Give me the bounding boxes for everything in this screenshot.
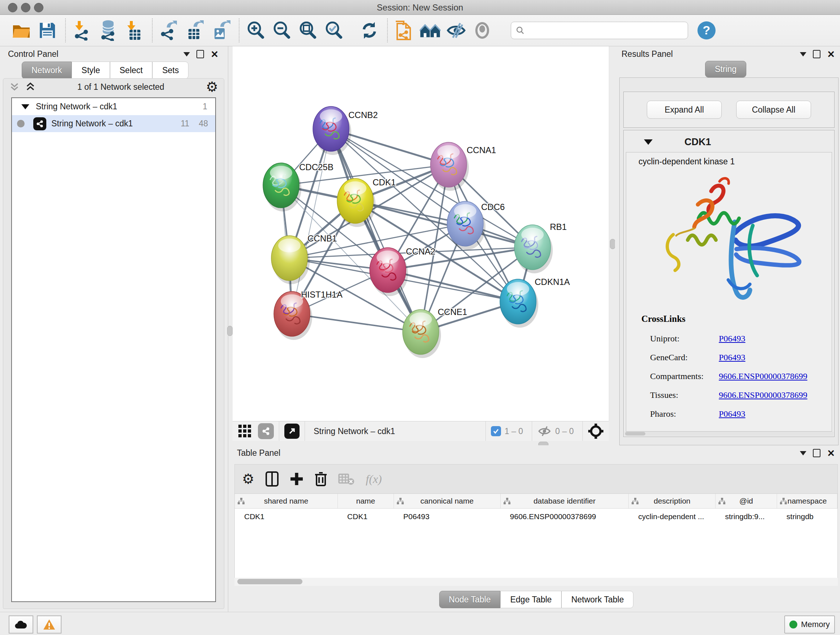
export-network-button[interactable] [158,20,180,41]
node-CCNB2[interactable] [313,106,351,155]
export-table-button[interactable] [185,20,205,41]
delete-table-icon-disabled [338,472,355,486]
expand-all-button[interactable]: Expand All [647,101,722,119]
column-header-name[interactable]: name [338,494,394,508]
crosslink-link[interactable]: 9606.ENSP00000378699 [719,390,807,400]
column-header--id[interactable]: @id [715,494,777,508]
node-CCNB1[interactable] [271,236,309,284]
show-columns-icon[interactable] [265,471,279,487]
edge-CCNB2-HIST1H1A[interactable] [292,129,331,314]
column-header-description[interactable]: description [629,494,715,508]
network-selection-status: 1 of 1 Network selected [36,82,206,92]
table-cell[interactable]: cyclin-dependent ... [629,509,715,524]
network-view-string-icon[interactable] [258,423,274,439]
tab-node-table[interactable]: Node Table [439,591,501,608]
table-hscrollbar[interactable] [234,578,838,586]
left-splitter-handle[interactable] [227,326,233,336]
save-session-button[interactable] [37,20,58,41]
node-CDC25B[interactable] [263,163,302,211]
node-CDK1[interactable] [337,179,376,227]
crosslink-link[interactable]: P06493 [719,353,745,363]
search-box[interactable] [511,22,688,39]
crosslink-link[interactable]: 9606.ENSP00000378699 [719,371,807,381]
table-cell[interactable]: stringdb [777,509,837,524]
delete-column-icon[interactable] [314,471,327,487]
expand-all-chevron-icon[interactable] [25,82,36,92]
table-row[interactable]: CDK1CDK1P064939606.ENSP00000378699cyclin… [235,509,837,524]
export-network-icon [159,20,179,41]
import-table-button[interactable] [124,20,145,41]
panel-menu-icon[interactable] [183,52,190,57]
grid-view-icon[interactable] [238,424,252,439]
warnings-button[interactable] [37,616,62,633]
column-header-canonical-name[interactable]: canonical name [394,494,501,508]
tab-select[interactable]: Select [110,62,153,79]
refresh-button[interactable] [359,20,380,41]
node-CCNE1[interactable] [403,310,441,358]
zoom-fit-button[interactable] [297,20,318,41]
table-options-gear-icon[interactable]: ⚙ [242,472,254,486]
import-network-button[interactable] [72,20,93,41]
crosslink-link[interactable]: P06493 [719,409,745,419]
column-header-shared-name[interactable]: shared name [235,494,338,508]
node-CCNA1[interactable] [431,142,469,191]
network-row-selected[interactable]: String Network – cdk1 11 48 [12,115,215,132]
gene-description: cyclin-dependent kinase 1 [638,157,735,166]
tab-network-table[interactable]: Network Table [561,591,633,608]
edge-CCNB2-CCNE1[interactable] [331,129,421,332]
tab-string[interactable]: String [705,61,746,78]
string-import-button[interactable] [393,20,415,41]
collapse-all-chevron-icon[interactable] [9,82,20,92]
results-hscrollbar[interactable] [624,432,834,436]
detach-view-icon[interactable] [284,424,300,439]
birdseye-crosshair-icon[interactable] [588,423,604,439]
network-collection-row[interactable]: String Network – cdk1 1 [12,98,215,115]
entry-collapse-icon[interactable] [644,139,653,145]
table-cell[interactable]: CDK1 [338,509,394,524]
memory-button[interactable]: Memory [784,616,835,633]
table-cell[interactable]: CDK1 [235,509,338,524]
crosslink-link[interactable]: P06493 [719,334,745,344]
tab-sets[interactable]: Sets [152,62,188,79]
import-network-from-database-button[interactable] [98,20,118,41]
right-splitter-handle[interactable] [610,239,615,249]
selected-checkbox-icon[interactable] [491,426,501,436]
search-input[interactable] [525,23,688,38]
table-cell[interactable]: P06493 [394,509,501,524]
network-options-gear-icon[interactable]: ⚙ [206,80,218,94]
tab-network[interactable]: Network [22,62,72,79]
column-header-database-identifier[interactable]: database identifier [501,494,629,508]
show-results-button[interactable] [472,20,493,41]
panel-close-icon[interactable]: ✕ [827,51,835,58]
zoom-out-button[interactable] [271,20,292,41]
tab-style[interactable]: Style [72,62,110,79]
cloud-button[interactable] [9,616,33,633]
node-CDKN1A[interactable] [500,279,538,328]
zoom-selected-button[interactable] [324,20,344,41]
add-column-icon[interactable] [290,472,303,486]
panel-close-icon[interactable]: ✕ [210,51,218,58]
table-cell[interactable]: stringdb:9... [715,509,777,524]
hide-results-button[interactable] [446,20,467,41]
tab-edge-table[interactable]: Edge Table [500,591,561,608]
panel-float-icon[interactable] [196,50,204,58]
node-CDC6[interactable] [447,201,485,250]
node-RB1[interactable] [515,225,553,273]
help-button[interactable]: ? [696,20,717,41]
network-canvas[interactable]: CCNB2CCNA1CDC25BCDK1CDC6RB1CCNB1CCNA2CDK… [233,46,609,421]
column-header-namespace[interactable]: namespace [777,494,837,508]
node-label-RB1: RB1 [550,222,567,232]
string-home-button[interactable] [420,20,441,41]
panel-float-icon[interactable] [813,50,821,58]
panel-close-icon[interactable]: ✕ [827,450,835,457]
open-session-button[interactable] [11,20,32,41]
node-CCNA2[interactable] [370,248,408,296]
panel-float-icon[interactable] [813,449,821,457]
table-cell[interactable]: 9606.ENSP00000378699 [501,509,629,524]
tree-expand-icon[interactable] [21,104,29,109]
panel-menu-icon[interactable] [800,52,806,57]
export-image-button[interactable] [210,20,232,41]
collapse-all-button[interactable]: Collapse All [736,101,811,119]
zoom-in-button[interactable] [245,20,266,41]
panel-menu-icon[interactable] [800,451,806,455]
